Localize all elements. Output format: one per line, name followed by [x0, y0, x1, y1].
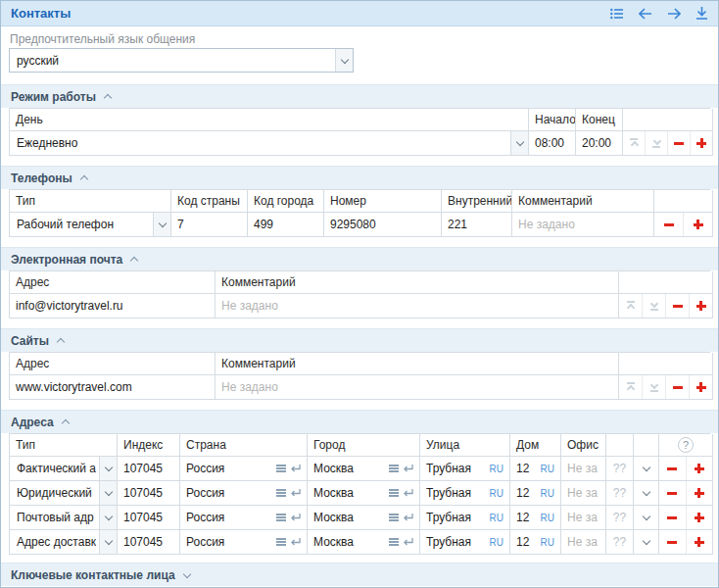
section-header-addresses[interactable]: Адреса	[1, 410, 718, 433]
chevron-down-icon[interactable]	[510, 131, 528, 155]
site-address-cell[interactable]: www.victorytravel.com	[10, 375, 216, 400]
chevron-down-icon[interactable]	[634, 481, 658, 505]
phone-comment-cell[interactable]: Не задано	[512, 213, 654, 237]
address-index-cell[interactable]: 107045	[118, 457, 180, 481]
chevron-down-icon[interactable]	[99, 530, 117, 554]
add-row-icon[interactable]	[690, 131, 712, 155]
chevron-down-icon[interactable]	[99, 506, 117, 529]
menu-icon[interactable]	[272, 492, 290, 494]
phone-city-code-cell[interactable]: 499	[248, 213, 324, 237]
chevron-down-icon[interactable]	[99, 481, 117, 505]
address-type-cell[interactable]: Фактический а	[10, 457, 118, 481]
street-lang-badge[interactable]: RU	[490, 464, 503, 474]
menu-icon[interactable]	[385, 541, 403, 543]
address-office-cell[interactable]: Не за	[561, 506, 606, 530]
phone-type-cell[interactable]: Рабочий телефон	[10, 213, 171, 237]
chevron-down-icon[interactable]	[153, 213, 170, 236]
enter-icon[interactable]	[403, 513, 413, 522]
address-country-cell[interactable]: Россия	[180, 457, 308, 481]
menu-icon[interactable]	[385, 467, 403, 469]
address-marks-cell[interactable]: ??	[606, 530, 634, 555]
enter-icon[interactable]	[290, 464, 301, 473]
house-lang-badge[interactable]: RU	[541, 513, 554, 523]
address-city-cell[interactable]: Москва	[308, 530, 420, 555]
remove-row-icon[interactable]	[659, 481, 686, 505]
address-type-cell[interactable]: Адрес доставк	[10, 530, 118, 555]
list-icon[interactable]	[610, 8, 624, 20]
menu-icon[interactable]	[272, 516, 290, 518]
arrow-left-icon[interactable]	[639, 8, 652, 20]
menu-icon[interactable]	[272, 541, 290, 543]
address-marks-cell[interactable]: ??	[606, 481, 634, 506]
move-bottom-icon[interactable]	[645, 131, 667, 155]
move-bottom-icon[interactable]	[642, 375, 665, 399]
street-lang-badge[interactable]: RU	[490, 513, 503, 523]
add-row-icon[interactable]	[689, 294, 712, 318]
enter-icon[interactable]	[403, 464, 413, 473]
schedule-day-cell[interactable]: Ежедневно	[10, 131, 529, 156]
arrow-right-icon[interactable]	[667, 8, 681, 20]
house-lang-badge[interactable]: RU	[541, 488, 554, 499]
house-lang-badge[interactable]: RU	[541, 464, 554, 474]
menu-icon[interactable]	[385, 516, 403, 518]
enter-icon[interactable]	[403, 537, 413, 547]
address-city-cell[interactable]: Москва	[308, 506, 420, 530]
add-row-icon[interactable]	[686, 530, 713, 554]
schedule-start-cell[interactable]: 08:00	[529, 131, 576, 156]
download-icon[interactable]	[695, 7, 708, 20]
address-index-cell[interactable]: 107045	[118, 530, 180, 555]
section-header-email[interactable]: Электронная почта	[1, 247, 718, 270]
enter-icon[interactable]	[403, 488, 413, 498]
street-lang-badge[interactable]: RU	[490, 537, 503, 548]
address-office-cell[interactable]: Не за	[561, 457, 606, 481]
phone-extension-cell[interactable]: 221	[442, 213, 512, 237]
enter-icon[interactable]	[290, 537, 301, 547]
add-row-icon[interactable]	[686, 457, 713, 480]
address-street-cell[interactable]: Трубная RU	[420, 457, 510, 481]
phone-number-cell[interactable]: 9295080	[324, 213, 442, 237]
remove-row-icon[interactable]	[665, 294, 689, 318]
section-header-key-contacts[interactable]: Ключевые контактные лица	[1, 563, 718, 586]
remove-row-icon[interactable]	[654, 213, 683, 236]
address-country-cell[interactable]: Россия	[180, 481, 308, 506]
language-select[interactable]: русский	[9, 48, 354, 73]
enter-icon[interactable]	[290, 488, 301, 498]
chevron-down-icon[interactable]	[99, 457, 117, 480]
address-house-cell[interactable]: 12 RU	[510, 481, 561, 506]
add-row-icon[interactable]	[683, 213, 712, 236]
move-top-icon[interactable]	[619, 294, 642, 318]
move-top-icon[interactable]	[623, 131, 645, 155]
help-button[interactable]: ?	[678, 437, 694, 453]
email-address-cell[interactable]: info@victorytravel.ru	[10, 294, 216, 318]
address-street-cell[interactable]: Трубная RU	[420, 530, 510, 555]
add-row-icon[interactable]	[686, 506, 713, 529]
remove-row-icon[interactable]	[667, 131, 690, 155]
address-street-cell[interactable]: Трубная RU	[420, 481, 510, 506]
chevron-down-icon[interactable]	[335, 49, 353, 72]
phone-country-code-cell[interactable]: 7	[171, 213, 248, 237]
address-marks-cell[interactable]: ??	[606, 457, 634, 481]
address-house-cell[interactable]: 12 RU	[510, 530, 561, 555]
address-city-cell[interactable]: Москва	[308, 457, 420, 481]
enter-icon[interactable]	[290, 513, 301, 522]
address-type-cell[interactable]: Юридический	[10, 481, 118, 506]
menu-icon[interactable]	[272, 467, 290, 469]
address-marks-cell[interactable]: ??	[606, 506, 634, 530]
site-comment-cell[interactable]: Не задано	[216, 375, 619, 400]
move-bottom-icon[interactable]	[642, 294, 665, 318]
address-house-cell[interactable]: 12 RU	[510, 457, 561, 481]
address-index-cell[interactable]: 107045	[118, 506, 180, 530]
add-row-icon[interactable]	[686, 481, 713, 505]
chevron-down-icon[interactable]	[634, 506, 658, 529]
house-lang-badge[interactable]: RU	[541, 537, 554, 548]
address-country-cell[interactable]: Россия	[180, 530, 308, 555]
email-comment-cell[interactable]: Не задано	[216, 294, 619, 318]
chevron-down-icon[interactable]	[634, 530, 658, 554]
remove-row-icon[interactable]	[659, 457, 686, 480]
address-house-cell[interactable]: 12 RU	[510, 506, 561, 530]
move-top-icon[interactable]	[619, 375, 642, 399]
address-index-cell[interactable]: 107045	[118, 481, 180, 506]
chevron-down-icon[interactable]	[634, 457, 658, 480]
address-office-cell[interactable]: Не за	[561, 481, 606, 506]
section-header-schedule[interactable]: Режим работы	[1, 84, 718, 108]
